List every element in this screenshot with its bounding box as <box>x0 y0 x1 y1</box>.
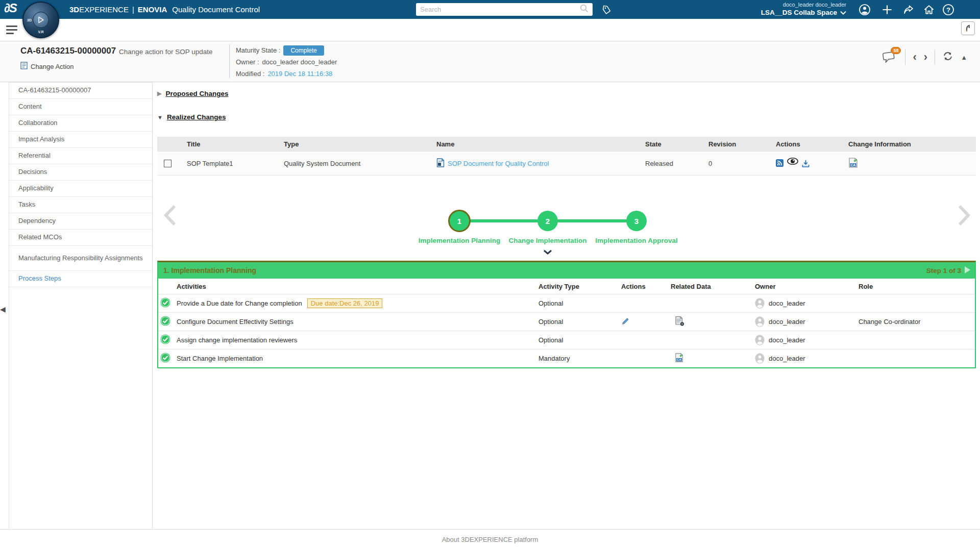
sidebar-item-content[interactable]: Content <box>9 99 152 115</box>
activity-row: Assign change implementation reviewers O… <box>158 331 975 349</box>
header-type: Type <box>280 140 431 148</box>
owner-name: doco_leader <box>769 336 805 344</box>
step-indicator: Step 1 of 3 <box>926 266 971 276</box>
sidebar-item-decisions[interactable]: Decisions <box>9 164 152 181</box>
context-bar: CA-61463215-00000007 Change action for S… <box>0 41 980 82</box>
add-icon[interactable] <box>881 4 893 16</box>
wizard-scroll-down-icon[interactable] <box>543 247 552 257</box>
wizard-step-3-circle[interactable]: 3 <box>626 211 647 231</box>
carousel-next-icon[interactable] <box>957 204 972 229</box>
comments-count-badge: 58 <box>891 47 901 54</box>
about-link[interactable]: About 3DEXPERIENCE platform <box>442 536 538 551</box>
collapse-icon[interactable]: ▼ <box>157 114 163 120</box>
activity-type: Mandatory <box>538 355 621 362</box>
sidebar-item-process-steps[interactable]: Process Steps <box>9 271 152 287</box>
next-step-icon[interactable] <box>964 266 971 276</box>
search-icon[interactable] <box>580 4 589 15</box>
header-related-data: Related Data <box>671 283 755 290</box>
activity-type: Optional <box>538 336 621 344</box>
realized-changes-section[interactable]: ▼ Realized Changes <box>157 113 226 121</box>
user-block[interactable]: doco_leader doco_leader LSA__DS Collab S… <box>761 2 846 17</box>
wizard-step-1-circle[interactable]: 1 <box>448 210 471 232</box>
document-link[interactable]: SOP Document for Quality Control <box>448 160 549 167</box>
sidebar-item-impact-analysis[interactable]: Impact Analysis <box>9 132 152 148</box>
wizard-step-2-circle[interactable]: 2 <box>537 211 558 231</box>
sidebar-item-object-id[interactable]: CA-61463215-00000007 <box>9 83 152 99</box>
menu-icon[interactable] <box>6 26 17 36</box>
sidebar-item-referential[interactable]: Referential <box>9 148 152 164</box>
expand-icon[interactable]: ▶ <box>157 90 161 97</box>
preview-icon[interactable] <box>787 158 798 169</box>
next-icon[interactable]: › <box>924 52 927 63</box>
search-box[interactable] <box>416 3 593 16</box>
svg-text:CA: CA <box>677 358 681 361</box>
role-value: Change Co-ordinator <box>859 318 975 325</box>
change-action-document-icon[interactable]: CA <box>675 357 684 364</box>
sidebar-collapse-icon[interactable]: ◀ <box>0 305 6 313</box>
context-details: Maturity State : Complete Owner : doco_l… <box>236 44 337 80</box>
screen: ∂S 3DEXPERIENCE|ENOVIAQuality Document C… <box>0 0 980 551</box>
3ds-logo-icon[interactable]: ∂S <box>4 1 16 15</box>
compass-icon[interactable]: 3D V.R <box>22 2 59 38</box>
search-input[interactable] <box>420 6 580 13</box>
subscribe-icon[interactable] <box>776 159 783 169</box>
sidebar-item-applicability[interactable]: Applicability <box>9 181 152 197</box>
sidebar-item-manufacturing-responsibility[interactable]: Manufacturing Responsibility Assignments <box>9 246 152 271</box>
cell-actions <box>770 158 843 169</box>
svg-text:?: ? <box>946 6 950 14</box>
related-data-icon[interactable] <box>675 320 685 328</box>
step-panel-title: 1. Implementation Planning <box>163 266 256 274</box>
owner-name: doco_leader <box>769 299 805 307</box>
home-icon[interactable] <box>923 4 935 16</box>
sidebar-item-tasks[interactable]: Tasks <box>9 197 152 213</box>
activity-type: Optional <box>538 299 621 307</box>
owner-label: Owner : <box>236 58 259 66</box>
cell-state: Released <box>642 160 705 167</box>
comments-icon[interactable]: 58 <box>883 51 898 64</box>
completed-check-icon <box>160 353 170 364</box>
tag-icon[interactable] <box>600 4 612 16</box>
proposed-changes-section[interactable]: ▶ Proposed Changes <box>157 90 229 97</box>
previous-icon[interactable]: ‹ <box>913 52 916 63</box>
refresh-icon[interactable] <box>942 51 953 64</box>
sidebar-item-dependency[interactable]: Dependency <box>9 213 152 230</box>
sidebar-item-related-mcos[interactable]: Related MCOs <box>9 230 152 246</box>
svg-text:CA: CA <box>851 163 856 166</box>
help-icon[interactable]: ? <box>942 4 954 16</box>
share-icon[interactable] <box>902 4 915 16</box>
activity-type: Optional <box>538 318 621 325</box>
change-action-info-icon[interactable]: CA <box>848 162 859 170</box>
compass-3d-label: 3D <box>27 18 32 22</box>
proposed-changes-title[interactable]: Proposed Changes <box>165 90 228 97</box>
context-actions: 58 ‹ › ▲ <box>883 49 967 65</box>
download-icon[interactable] <box>802 160 810 169</box>
completed-check-icon <box>160 316 170 328</box>
owner-value: doco_leader doco_leader <box>262 58 337 66</box>
collab-space-label: LSA__DS Collab Space <box>761 9 837 17</box>
header-role: Role <box>859 283 975 290</box>
sidebar: CA-61463215-00000007 Content Collaborati… <box>9 82 153 529</box>
edit-icon[interactable] <box>621 319 630 327</box>
carousel-previous-icon[interactable] <box>162 204 178 229</box>
row-checkbox[interactable] <box>164 160 172 167</box>
document-icon <box>436 158 445 169</box>
top-bar: ∂S 3DEXPERIENCE|ENOVIAQuality Document C… <box>0 0 980 19</box>
modified-value: 2019 Dec 18 11:16:38 <box>267 70 332 78</box>
header-name: Name <box>431 140 642 148</box>
user-icon[interactable] <box>859 4 871 16</box>
compass-play-icon[interactable] <box>33 12 49 28</box>
realized-changes-title[interactable]: Realized Changes <box>167 113 226 121</box>
header-change-information: Change Information <box>843 140 976 148</box>
owner-name: doco_leader <box>769 318 805 325</box>
sidebar-item-collaboration[interactable]: Collaboration <box>9 115 152 132</box>
header-actions: Actions <box>621 283 671 290</box>
chevron-down-icon[interactable] <box>840 9 846 17</box>
activity-label: Provide a Due date for Change completion <box>177 299 302 307</box>
user-name: doco_leader doco_leader <box>761 2 846 9</box>
maturity-state-button[interactable]: Complete <box>283 45 324 56</box>
panel-toggle-icon[interactable] <box>961 21 975 35</box>
collapse-header-icon[interactable]: ▲ <box>961 54 967 61</box>
table-row: SOP Template1 Quality System Document SO… <box>157 152 976 176</box>
wizard-step-3-label[interactable]: Implementation Approval <box>580 237 693 244</box>
brand-product: Quality Document Control <box>172 5 260 14</box>
